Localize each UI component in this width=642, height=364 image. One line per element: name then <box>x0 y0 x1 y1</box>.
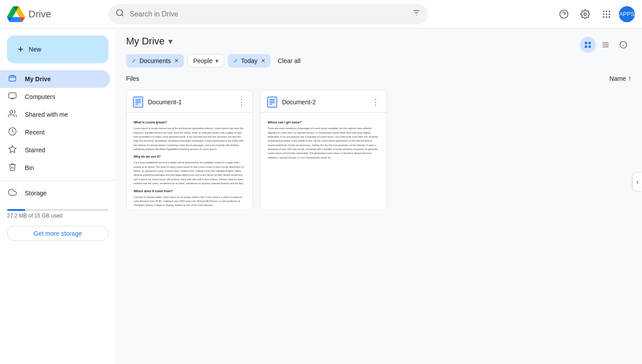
plus-icon: + <box>18 44 24 55</box>
svg-point-8 <box>603 10 605 12</box>
svg-rect-25 <box>589 46 591 48</box>
file-card-doc1-preview: What is Lorem Ipsum? Lorem Ipsum is simp… <box>127 112 253 210</box>
search-filter-icon[interactable] <box>412 8 421 20</box>
file-card-doc1-header: Document-1 ⋮ <box>127 90 253 112</box>
svg-point-13 <box>609 13 610 15</box>
sidebar-collapse-button[interactable]: ‹ <box>633 173 642 191</box>
sort-arrow-icon: ↑ <box>628 75 631 83</box>
clear-all-button[interactable]: Clear all <box>274 55 304 67</box>
svg-rect-22 <box>585 42 587 44</box>
sidebar: + New My Drive Computers <box>0 28 115 364</box>
svg-marker-21 <box>9 145 16 152</box>
svg-line-1 <box>122 15 123 16</box>
sidebar-item-shared[interactable]: Shared with me <box>0 106 110 123</box>
help-button[interactable] <box>555 5 573 23</box>
file-card-doc2[interactable]: Document-2 ⋮ Where can I get some? There… <box>260 90 387 210</box>
today-filter-chip[interactable]: ✓ Today × <box>228 54 271 67</box>
file-card-doc1-title-area: Document-1 <box>132 96 182 108</box>
sidebar-item-storage[interactable]: Storage <box>0 184 110 202</box>
people-filter-chip[interactable]: People ▾ <box>187 54 224 67</box>
search-bar[interactable] <box>108 4 428 24</box>
new-button-label: New <box>29 46 41 53</box>
svg-rect-38 <box>268 97 277 107</box>
sidebar-item-shared-label: Shared with me <box>25 111 68 118</box>
sidebar-item-computers-label: Computers <box>25 93 55 100</box>
sidebar-divider <box>0 180 115 181</box>
sidebar-item-starred-label: Starred <box>25 146 45 154</box>
people-chip-label: People <box>193 57 213 64</box>
files-header: Files Name ↑ <box>126 75 631 83</box>
sidebar-item-bin[interactable]: Bin <box>0 159 110 177</box>
sidebar-item-recent[interactable]: Recent <box>0 123 110 141</box>
file-card-doc1[interactable]: Document-1 ⋮ What is Lorem Ipsum? Lorem … <box>126 90 253 210</box>
avatar[interactable]: APPS <box>619 6 635 22</box>
files-grid: Document-1 ⋮ What is Lorem Ipsum? Lorem … <box>126 90 631 210</box>
sidebar-item-computers[interactable]: Computers <box>0 88 110 106</box>
file-card-doc2-title-area: Document-2 <box>266 96 316 108</box>
svg-point-15 <box>606 16 607 18</box>
documents-check-icon: ✓ <box>131 57 137 64</box>
computers-icon <box>7 91 18 103</box>
file-card-doc1-name: Document-1 <box>148 99 182 106</box>
drive-logo-icon <box>7 5 25 23</box>
files-section: Files Name ↑ <box>115 75 642 221</box>
doc2-type-icon <box>266 96 278 108</box>
svg-point-10 <box>609 10 610 12</box>
svg-point-7 <box>584 13 587 16</box>
file-card-doc2-more-button[interactable]: ⋮ <box>370 95 381 109</box>
search-icon <box>115 8 124 20</box>
svg-point-12 <box>606 13 607 15</box>
today-check-icon: ✓ <box>233 57 238 64</box>
page-title-row: My Drive ▾ <box>126 36 173 47</box>
sidebar-item-starred[interactable]: Starred <box>0 141 110 159</box>
documents-chip-close-icon[interactable]: × <box>174 57 178 65</box>
topbar: Drive <box>0 0 642 28</box>
sidebar-item-my-drive[interactable]: My Drive <box>0 70 110 88</box>
starred-icon <box>7 145 18 156</box>
my-drive-icon <box>7 74 18 85</box>
apps-button[interactable] <box>598 5 615 23</box>
shared-icon <box>7 109 18 120</box>
file-card-doc2-header: Document-2 ⋮ <box>261 90 387 112</box>
storage-bar-fill <box>7 209 25 211</box>
sort-label: Name <box>610 75 626 82</box>
documents-chip-label: Documents <box>139 57 171 64</box>
page-title-chevron-icon[interactable]: ▾ <box>168 36 173 47</box>
app-title: Drive <box>28 8 51 20</box>
list-view-button[interactable] <box>598 37 614 53</box>
get-more-storage-button[interactable]: Get more storage <box>7 226 108 241</box>
new-button[interactable]: + New <box>7 36 108 63</box>
svg-point-19 <box>10 110 13 113</box>
svg-point-16 <box>609 16 610 18</box>
svg-point-11 <box>603 13 605 15</box>
svg-rect-24 <box>585 46 587 48</box>
documents-filter-chip[interactable]: ✓ Documents × <box>126 54 184 67</box>
search-input[interactable] <box>130 10 407 18</box>
grid-view-button[interactable] <box>580 37 596 53</box>
svg-point-9 <box>606 10 607 12</box>
svg-point-14 <box>603 16 605 18</box>
content-top-bar: My Drive ▾ <box>115 28 642 67</box>
today-chip-label: Today <box>241 57 258 64</box>
svg-rect-18 <box>9 93 16 98</box>
sidebar-item-recent-label: Recent <box>25 129 44 136</box>
content-area: My Drive ▾ <box>115 28 642 364</box>
storage-section: 27.2 MB of 15 GB used <box>7 206 108 219</box>
files-section-label: Files <box>126 75 139 82</box>
bin-icon <box>7 162 18 174</box>
main-layout: + New My Drive Computers <box>0 28 642 364</box>
settings-button[interactable] <box>576 5 594 23</box>
sort-button[interactable]: Name ↑ <box>610 75 631 83</box>
file-card-doc1-more-button[interactable]: ⋮ <box>236 95 247 109</box>
recent-icon <box>7 127 18 138</box>
svg-point-0 <box>117 10 123 16</box>
svg-rect-17 <box>9 76 16 81</box>
storage-icon <box>7 188 18 199</box>
people-chip-arrow-icon: ▾ <box>215 57 218 64</box>
storage-bar-bg <box>7 209 108 211</box>
svg-rect-32 <box>134 97 143 107</box>
sidebar-item-bin-label: Bin <box>25 164 34 171</box>
sidebar-item-storage-label: Storage <box>25 190 47 197</box>
info-button[interactable] <box>615 37 631 53</box>
today-chip-close-icon[interactable]: × <box>261 57 265 65</box>
